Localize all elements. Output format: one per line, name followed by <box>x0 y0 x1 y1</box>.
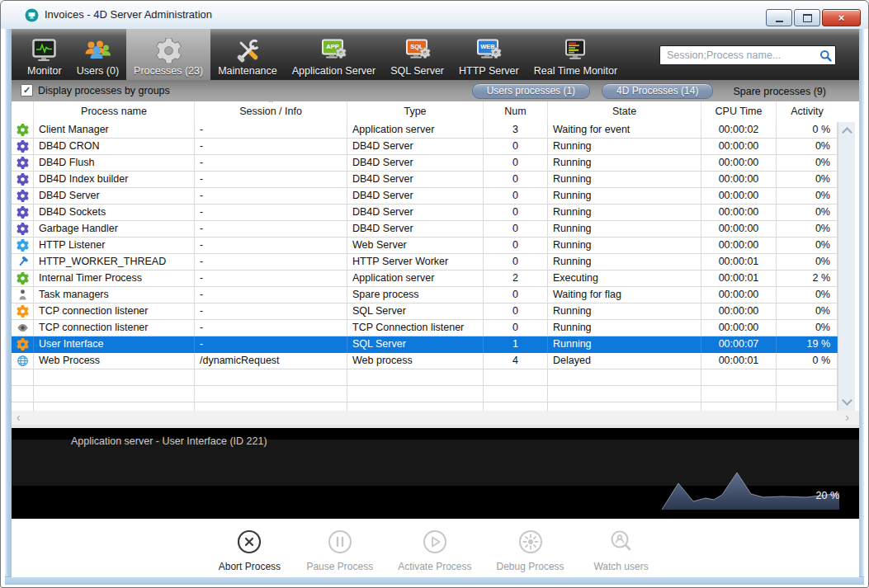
tab-monitor[interactable]: Monitor <box>20 29 69 80</box>
table-row-garbage-handler[interactable]: Garbage Handler-DB4D Server0Running00:00… <box>12 221 838 238</box>
empty-row <box>12 402 838 411</box>
table-row-task-managers[interactable]: Task managers-Spare process0Waiting for … <box>12 287 838 303</box>
process-num: 0 <box>484 287 548 303</box>
process-name: TCP connection listener <box>34 303 195 320</box>
action-label: Watch users <box>593 561 648 572</box>
column-header-type[interactable]: Type <box>347 101 484 122</box>
column-header-label: State <box>612 106 636 117</box>
tab-real-time-monitor[interactable]: Real Time Monitor <box>527 29 625 80</box>
process-type: Web process <box>347 353 484 369</box>
scroll-down-icon[interactable] <box>842 395 852 406</box>
process-num: 0 <box>484 303 548 320</box>
gear-icon <box>12 172 34 188</box>
table-row-db4d-cron[interactable]: DB4D CRON-DB4D Server0Running00:00:000% <box>12 139 838 155</box>
process-name: User Interface <box>34 336 195 353</box>
table-row-tcp-connection-listener[interactable]: TCP connection listener-TCP Connection l… <box>12 320 838 336</box>
session-info: - <box>195 254 347 270</box>
pause-process-button[interactable]: Pause Process <box>306 529 373 572</box>
process-type: Spare process <box>347 287 484 303</box>
process-type: HTTP Server Worker <box>347 254 484 270</box>
action-label: Activate Process <box>398 561 471 572</box>
group-checkbox-label: Display processes by groups <box>38 85 170 96</box>
cpu-time: 00:00:00 <box>701 188 777 205</box>
watch-users-button[interactable]: Watch users <box>589 529 654 572</box>
table-row-client-manager[interactable]: Client Manager-Application server3Waitin… <box>12 122 838 139</box>
cpu-time: 00:00:00 <box>701 221 777 238</box>
process-name: Task managers <box>34 287 195 303</box>
toolbar-tabs: MonitorUsers (0)Processes (23)Maintenanc… <box>20 29 625 80</box>
debug-process-button[interactable]: Debug Process <box>497 529 564 572</box>
column-header-activity[interactable]: Activity <box>777 101 838 122</box>
process-state: Running <box>548 303 701 320</box>
tab-processes-23[interactable]: Processes (23) <box>126 29 210 80</box>
action-label: Debug Process <box>497 561 564 572</box>
column-header-process-name[interactable]: Process name <box>34 101 195 122</box>
column-header-session-info[interactable]: ^Session / Info <box>195 101 347 122</box>
search-input[interactable] <box>660 49 818 61</box>
horizontal-scrollbar[interactable]: ‹ › <box>12 411 859 425</box>
scroll-up-icon[interactable] <box>842 127 852 138</box>
activate-process-button[interactable]: Activate Process <box>398 529 471 572</box>
table-row-db4d-index-builder[interactable]: DB4D Index builder-DB4D Server0Running00… <box>12 172 838 188</box>
activity: 0% <box>777 254 838 270</box>
table-row-db4d-sockets[interactable]: DB4D Sockets-DB4D Server0Running00:00:00… <box>12 205 838 221</box>
process-state: Running <box>548 254 701 270</box>
column-header-cpu-time[interactable]: CPU Time <box>701 101 777 122</box>
group-checkbox[interactable]: ✓ <box>21 84 33 96</box>
tab-http-server[interactable]: WEBHTTP Server <box>451 29 527 80</box>
column-header-label: Type <box>404 106 426 117</box>
gear-icon <box>12 139 34 155</box>
process-name: DB4D Sockets <box>34 205 195 221</box>
group-button-spare-processes-9[interactable]: Spare processes (9) <box>725 86 834 97</box>
table-row-web-process[interactable]: Web Process/dynamicRequestWeb process4De… <box>12 353 838 369</box>
column-header-num[interactable]: Num <box>484 101 548 122</box>
group-checkbox-wrap[interactable]: ✓ Display processes by groups <box>21 84 170 96</box>
close-button[interactable]: × <box>822 9 861 26</box>
detail-panel: Application server - User Interface (ID … <box>12 428 859 519</box>
process-type: DB4D Server <box>347 139 484 155</box>
abort-process-button[interactable]: Abort Process <box>217 529 281 572</box>
table-row-user-interface[interactable]: User Interface-SQL Server1Running00:00:0… <box>12 336 838 353</box>
session-info: - <box>195 336 347 353</box>
filter-bar: ✓ Display processes by groups Users proc… <box>12 80 859 101</box>
cpu-time: 00:00:00 <box>701 155 777 172</box>
window-title: Invoices - 4D Server Administration <box>45 8 212 21</box>
tab-label: Real Time Monitor <box>534 64 617 80</box>
table-row-http-listener[interactable]: HTTP Listener-Web Server0Running00:00:00… <box>12 238 838 254</box>
group-button-4d-processes-14[interactable]: 4D Processes (14) <box>602 83 713 99</box>
scroll-right-icon[interactable]: › <box>845 411 849 424</box>
table-row-db4d-flush[interactable]: DB4D Flush-DB4D Server0Running00:00:000% <box>12 155 838 172</box>
column-header-state[interactable]: State <box>548 101 701 122</box>
scroll-left-icon[interactable]: ‹ <box>17 411 21 424</box>
session-info: - <box>195 221 347 238</box>
process-type: Application server <box>347 270 484 287</box>
maximize-button[interactable] <box>794 9 820 26</box>
process-num: 1 <box>484 336 548 353</box>
vertical-scrollbar[interactable] <box>838 122 855 411</box>
maintenance-tools-icon <box>234 29 262 64</box>
activity: 19 % <box>777 336 838 353</box>
tab-application-server[interactable]: APPApplication Server <box>285 29 383 80</box>
table-row-db4d-server[interactable]: DB4D Server-DB4D Server0Running00:00:000… <box>12 188 838 205</box>
table-row-internal-timer-process[interactable]: Internal Timer Process-Application serve… <box>12 270 838 287</box>
group-button-users-processes-1[interactable]: Users processes (1) <box>472 83 590 99</box>
table-row-http-worker-thread[interactable]: HTTP_WORKER_THREAD-HTTP Server Worker0Ru… <box>12 254 838 270</box>
process-type: SQL Server <box>347 303 484 320</box>
cpu-time: 00:00:01 <box>701 353 777 369</box>
hammer-icon <box>12 254 34 270</box>
close-icon: × <box>838 12 845 23</box>
session-info: - <box>195 303 347 320</box>
session-info: - <box>195 122 347 139</box>
cpu-time: 00:00:00 <box>701 139 777 155</box>
tab-sql-server[interactable]: SQLSQL Server <box>383 29 451 80</box>
gear-icon <box>12 238 34 254</box>
table-row-tcp-connection-listener[interactable]: TCP connection listener-SQL Server0Runni… <box>12 303 838 320</box>
column-header-icon-spacer <box>12 101 34 122</box>
process-state: Running <box>548 221 701 238</box>
search-icon[interactable] <box>818 49 833 62</box>
minimize-button[interactable] <box>766 9 792 26</box>
process-num: 0 <box>484 238 548 254</box>
activity: 0 % <box>777 353 838 369</box>
tab-maintenance[interactable]: Maintenance <box>210 29 285 80</box>
tab-users-0[interactable]: Users (0) <box>69 29 126 80</box>
